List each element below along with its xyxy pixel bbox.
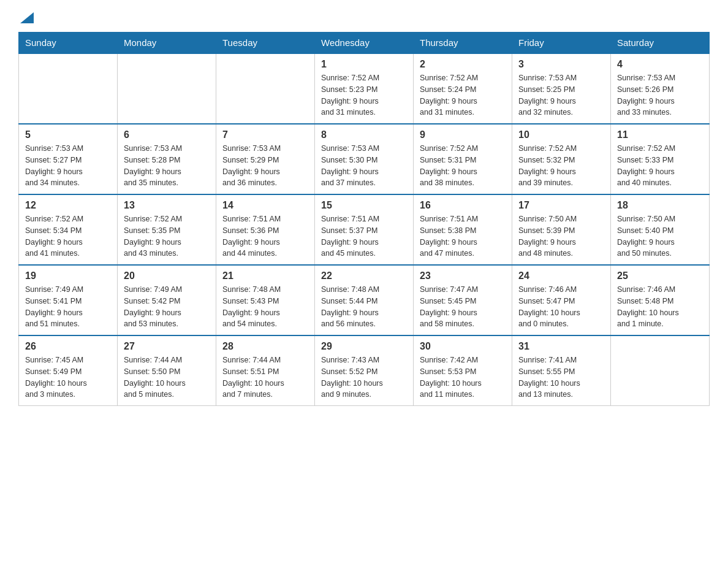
day-info: Sunrise: 7:52 AM Sunset: 5:24 PM Dayligh… <box>420 72 506 118</box>
day-number: 11 <box>617 129 703 140</box>
day-number: 24 <box>518 270 604 282</box>
day-info: Sunrise: 7:52 AM Sunset: 5:35 PM Dayligh… <box>124 213 210 259</box>
day-number: 14 <box>222 200 308 211</box>
day-number: 12 <box>25 200 111 211</box>
weekday-header-thursday: Thursday <box>414 33 512 54</box>
day-number: 21 <box>222 270 308 282</box>
day-info: Sunrise: 7:48 AM Sunset: 5:44 PM Dayligh… <box>321 284 407 330</box>
calendar-cell: 30Sunrise: 7:42 AM Sunset: 5:53 PM Dayli… <box>414 335 512 406</box>
weekday-header-wednesday: Wednesday <box>315 33 414 54</box>
calendar-table: SundayMondayTuesdayWednesdayThursdayFrid… <box>18 32 710 406</box>
logo <box>18 12 34 26</box>
calendar-cell <box>19 53 118 124</box>
day-number: 31 <box>518 341 604 352</box>
day-number: 22 <box>321 270 407 282</box>
day-info: Sunrise: 7:51 AM Sunset: 5:36 PM Dayligh… <box>222 213 308 259</box>
day-info: Sunrise: 7:53 AM Sunset: 5:30 PM Dayligh… <box>321 143 407 189</box>
day-info: Sunrise: 7:52 AM Sunset: 5:23 PM Dayligh… <box>321 72 407 118</box>
calendar-cell: 31Sunrise: 7:41 AM Sunset: 5:55 PM Dayli… <box>512 335 611 406</box>
day-number: 20 <box>124 270 210 282</box>
day-info: Sunrise: 7:53 AM Sunset: 5:29 PM Dayligh… <box>222 143 308 189</box>
day-info: Sunrise: 7:46 AM Sunset: 5:48 PM Dayligh… <box>617 284 703 330</box>
day-info: Sunrise: 7:50 AM Sunset: 5:39 PM Dayligh… <box>518 213 604 259</box>
day-info: Sunrise: 7:53 AM Sunset: 5:26 PM Dayligh… <box>617 72 703 118</box>
day-number: 13 <box>124 200 210 211</box>
calendar-cell: 24Sunrise: 7:46 AM Sunset: 5:47 PM Dayli… <box>512 265 611 335</box>
day-number: 26 <box>25 341 111 352</box>
calendar-cell: 1Sunrise: 7:52 AM Sunset: 5:23 PM Daylig… <box>315 53 414 124</box>
weekday-header-tuesday: Tuesday <box>216 33 315 54</box>
day-number: 9 <box>420 129 506 140</box>
day-number: 23 <box>420 270 506 282</box>
day-info: Sunrise: 7:44 AM Sunset: 5:50 PM Dayligh… <box>124 354 210 400</box>
calendar-cell: 25Sunrise: 7:46 AM Sunset: 5:48 PM Dayli… <box>611 265 710 335</box>
calendar-cell: 7Sunrise: 7:53 AM Sunset: 5:29 PM Daylig… <box>216 124 315 194</box>
calendar-cell: 18Sunrise: 7:50 AM Sunset: 5:40 PM Dayli… <box>611 194 710 265</box>
calendar-cell: 26Sunrise: 7:45 AM Sunset: 5:49 PM Dayli… <box>19 335 118 406</box>
calendar-body: 1Sunrise: 7:52 AM Sunset: 5:23 PM Daylig… <box>19 53 710 406</box>
calendar-week-2: 5Sunrise: 7:53 AM Sunset: 5:27 PM Daylig… <box>19 124 710 194</box>
calendar-cell <box>118 53 216 124</box>
day-number: 16 <box>420 200 506 211</box>
calendar-cell: 11Sunrise: 7:52 AM Sunset: 5:33 PM Dayli… <box>611 124 710 194</box>
weekday-header-sunday: Sunday <box>19 33 118 54</box>
svg-marker-0 <box>20 12 34 23</box>
day-info: Sunrise: 7:49 AM Sunset: 5:41 PM Dayligh… <box>25 284 111 330</box>
calendar-cell: 5Sunrise: 7:53 AM Sunset: 5:27 PM Daylig… <box>19 124 118 194</box>
day-info: Sunrise: 7:53 AM Sunset: 5:25 PM Dayligh… <box>518 72 604 118</box>
day-number: 17 <box>518 200 604 211</box>
calendar-cell: 27Sunrise: 7:44 AM Sunset: 5:50 PM Dayli… <box>118 335 216 406</box>
day-info: Sunrise: 7:43 AM Sunset: 5:52 PM Dayligh… <box>321 354 407 400</box>
weekday-header-row: SundayMondayTuesdayWednesdayThursdayFrid… <box>19 33 710 54</box>
day-number: 29 <box>321 341 407 352</box>
day-number: 1 <box>321 59 407 70</box>
day-info: Sunrise: 7:46 AM Sunset: 5:47 PM Dayligh… <box>518 284 604 330</box>
day-number: 2 <box>420 59 506 70</box>
calendar-cell: 23Sunrise: 7:47 AM Sunset: 5:45 PM Dayli… <box>414 265 512 335</box>
calendar-cell: 28Sunrise: 7:44 AM Sunset: 5:51 PM Dayli… <box>216 335 315 406</box>
calendar-week-1: 1Sunrise: 7:52 AM Sunset: 5:23 PM Daylig… <box>19 53 710 124</box>
weekday-header-saturday: Saturday <box>611 33 710 54</box>
calendar-cell: 29Sunrise: 7:43 AM Sunset: 5:52 PM Dayli… <box>315 335 414 406</box>
day-number: 7 <box>222 129 308 140</box>
day-info: Sunrise: 7:51 AM Sunset: 5:37 PM Dayligh… <box>321 213 407 259</box>
calendar-cell: 19Sunrise: 7:49 AM Sunset: 5:41 PM Dayli… <box>19 265 118 335</box>
day-number: 25 <box>617 270 703 282</box>
day-number: 18 <box>617 200 703 211</box>
day-number: 19 <box>25 270 111 282</box>
calendar-cell: 12Sunrise: 7:52 AM Sunset: 5:34 PM Dayli… <box>19 194 118 265</box>
day-number: 30 <box>420 341 506 352</box>
day-info: Sunrise: 7:53 AM Sunset: 5:27 PM Dayligh… <box>25 143 111 189</box>
calendar-cell: 15Sunrise: 7:51 AM Sunset: 5:37 PM Dayli… <box>315 194 414 265</box>
day-info: Sunrise: 7:47 AM Sunset: 5:45 PM Dayligh… <box>420 284 506 330</box>
day-info: Sunrise: 7:50 AM Sunset: 5:40 PM Dayligh… <box>617 213 703 259</box>
calendar-cell: 9Sunrise: 7:52 AM Sunset: 5:31 PM Daylig… <box>414 124 512 194</box>
day-info: Sunrise: 7:49 AM Sunset: 5:42 PM Dayligh… <box>124 284 210 330</box>
day-number: 15 <box>321 200 407 211</box>
calendar-cell <box>216 53 315 124</box>
calendar-cell: 3Sunrise: 7:53 AM Sunset: 5:25 PM Daylig… <box>512 53 611 124</box>
calendar-week-5: 26Sunrise: 7:45 AM Sunset: 5:49 PM Dayli… <box>19 335 710 406</box>
calendar-cell: 22Sunrise: 7:48 AM Sunset: 5:44 PM Dayli… <box>315 265 414 335</box>
day-info: Sunrise: 7:52 AM Sunset: 5:32 PM Dayligh… <box>518 143 604 189</box>
day-info: Sunrise: 7:41 AM Sunset: 5:55 PM Dayligh… <box>518 354 604 400</box>
calendar-cell: 10Sunrise: 7:52 AM Sunset: 5:32 PM Dayli… <box>512 124 611 194</box>
day-number: 28 <box>222 341 308 352</box>
day-number: 3 <box>518 59 604 70</box>
calendar-cell: 8Sunrise: 7:53 AM Sunset: 5:30 PM Daylig… <box>315 124 414 194</box>
calendar-cell: 20Sunrise: 7:49 AM Sunset: 5:42 PM Dayli… <box>118 265 216 335</box>
weekday-header-monday: Monday <box>118 33 216 54</box>
day-number: 27 <box>124 341 210 352</box>
day-info: Sunrise: 7:51 AM Sunset: 5:38 PM Dayligh… <box>420 213 506 259</box>
calendar-cell: 21Sunrise: 7:48 AM Sunset: 5:43 PM Dayli… <box>216 265 315 335</box>
calendar-cell <box>611 335 710 406</box>
day-info: Sunrise: 7:48 AM Sunset: 5:43 PM Dayligh… <box>222 284 308 330</box>
calendar-cell: 14Sunrise: 7:51 AM Sunset: 5:36 PM Dayli… <box>216 194 315 265</box>
day-number: 4 <box>617 59 703 70</box>
calendar-header: SundayMondayTuesdayWednesdayThursdayFrid… <box>19 33 710 54</box>
weekday-header-friday: Friday <box>512 33 611 54</box>
page-header <box>18 12 710 26</box>
calendar-week-3: 12Sunrise: 7:52 AM Sunset: 5:34 PM Dayli… <box>19 194 710 265</box>
day-number: 6 <box>124 129 210 140</box>
calendar-cell: 2Sunrise: 7:52 AM Sunset: 5:24 PM Daylig… <box>414 53 512 124</box>
